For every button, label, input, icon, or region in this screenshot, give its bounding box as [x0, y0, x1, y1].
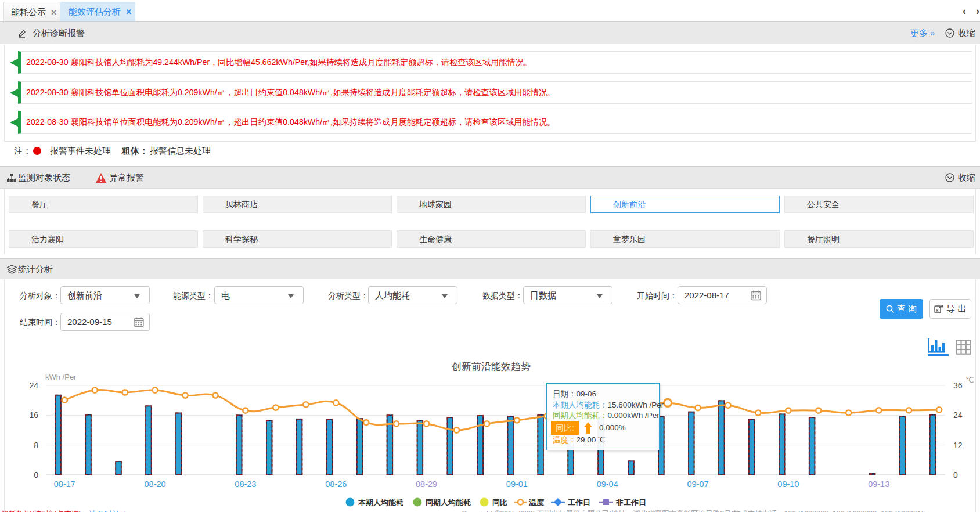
svg-text:创新前沿能效趋势: 创新前沿能效趋势: [451, 361, 531, 372]
svg-text:12: 12: [953, 441, 963, 450]
svg-text:09-10: 09-10: [777, 479, 799, 489]
svg-text:工作日: 工作日: [568, 498, 590, 507]
svg-text:0: 0: [34, 470, 38, 479]
svg-text:x: x: [936, 308, 939, 313]
svg-text:08-29: 08-29: [416, 479, 437, 489]
svg-text:24: 24: [29, 381, 38, 390]
svg-text:本期人均能耗: 本期人均能耗: [358, 498, 403, 507]
svg-text:09-13: 09-13: [868, 479, 889, 489]
svg-text:09-01: 09-01: [506, 479, 528, 489]
svg-text:同期人均能耗: 同期人均能耗: [426, 498, 471, 507]
svg-text:08-17: 08-17: [54, 479, 75, 489]
svg-text:09-04: 09-04: [597, 479, 618, 489]
svg-text:℃: ℃: [965, 376, 974, 384]
svg-text:08-20: 08-20: [145, 479, 166, 489]
svg-text:非工作日: 非工作日: [615, 498, 646, 507]
svg-text:08-23: 08-23: [235, 479, 256, 489]
svg-text:kWh /Per: kWh /Per: [45, 373, 77, 381]
svg-text:同比: 同比: [492, 498, 507, 507]
svg-text:09-07: 09-07: [687, 479, 708, 489]
svg-text:8: 8: [34, 441, 38, 450]
svg-text:16: 16: [29, 410, 38, 420]
svg-text:温度: 温度: [528, 498, 545, 507]
svg-text:36: 36: [953, 381, 963, 390]
svg-text:08-26: 08-26: [325, 479, 347, 489]
svg-text:24: 24: [953, 410, 963, 420]
svg-text:0: 0: [953, 470, 958, 479]
